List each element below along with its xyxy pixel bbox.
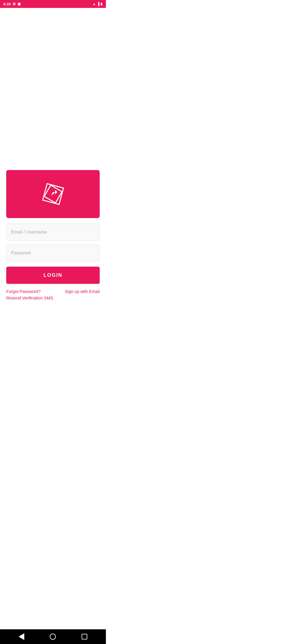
recents-button[interactable]	[78, 630, 91, 643]
links-section: Forgot Password? Sign up with Email Rese…	[0, 284, 106, 305]
sim-icon: ▣	[18, 2, 21, 6]
back-button[interactable]	[15, 630, 28, 643]
status-bar: 6:28 ⚙ ▣ ▲ ▐ ▮	[0, 0, 106, 8]
home-button[interactable]	[47, 630, 59, 643]
resend-verification-link[interactable]: Resend Verification SMS	[6, 295, 100, 300]
status-bar-left: 6:28 ⚙ ▣	[3, 2, 21, 6]
app-logo-icon	[40, 181, 66, 207]
recents-icon	[82, 634, 87, 639]
nav-bar	[0, 629, 106, 644]
status-time: 6:28	[3, 2, 11, 6]
main-content: LOGIN Forgot Password? Sign up with Emai…	[0, 8, 106, 629]
signal-icon: ▐	[97, 2, 99, 6]
battery-icon: ▮	[101, 2, 103, 6]
home-icon	[50, 634, 56, 640]
back-icon	[19, 633, 24, 640]
email-username-input[interactable]	[6, 224, 100, 241]
top-spacer	[0, 8, 106, 170]
svg-marker-2	[51, 190, 57, 196]
login-button[interactable]: LOGIN	[6, 267, 100, 284]
logo-section	[6, 170, 100, 218]
password-input[interactable]	[6, 245, 100, 262]
settings-icon: ⚙	[12, 2, 16, 6]
bottom-spacer	[0, 305, 106, 629]
signup-email-link[interactable]: Sign up with Email	[65, 289, 100, 294]
form-section: LOGIN	[0, 218, 106, 284]
status-bar-right: ▲ ▐ ▮	[93, 2, 103, 6]
wifi-icon: ▲	[93, 2, 96, 6]
forgot-password-link[interactable]: Forgot Password?	[6, 289, 63, 294]
